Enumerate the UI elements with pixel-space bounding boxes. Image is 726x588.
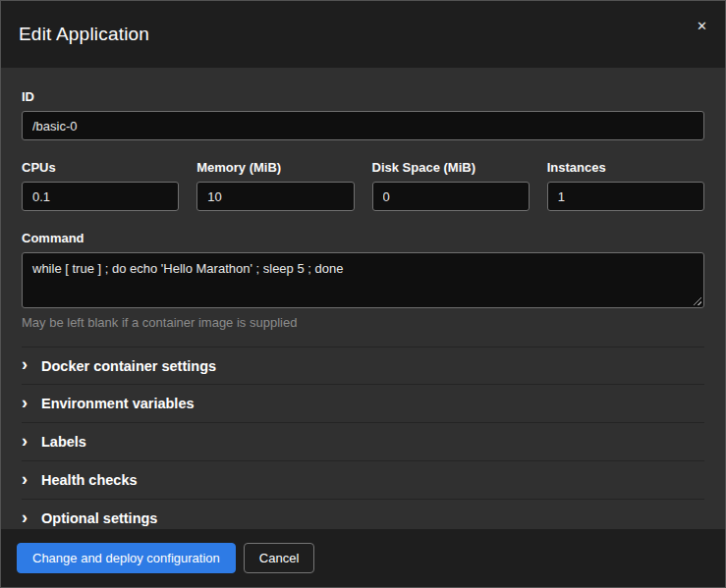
command-label: Command — [22, 231, 704, 245]
section-label: Docker container settings — [41, 358, 216, 374]
section-label: Health checks — [41, 472, 138, 488]
section-label: Optional settings — [41, 510, 157, 526]
chevron-right-icon: › — [22, 509, 31, 525]
id-input[interactable] — [22, 111, 704, 140]
change-and-deploy-button[interactable]: Change and deploy configuration — [17, 543, 236, 573]
command-textarea[interactable]: while [ true ] ; do echo 'Hello Marathon… — [22, 252, 704, 308]
instances-field-group: Instances — [547, 160, 704, 211]
section-health-checks[interactable]: › Health checks — [22, 461, 704, 500]
disk-space-label: Disk Space (MiB) — [372, 160, 530, 175]
edit-application-modal: Edit Application ✕ ID CPUs Memory (MiB) … — [0, 0, 726, 588]
chevron-right-icon: › — [22, 433, 31, 449]
disk-space-field-group: Disk Space (MiB) — [372, 160, 530, 211]
chevron-right-icon: › — [22, 356, 31, 372]
memory-field-group: Memory (MiB) — [196, 160, 354, 211]
chevron-right-icon: › — [22, 395, 31, 410]
command-field-group: Command while [ true ] ; do echo 'Hello … — [22, 231, 704, 330]
section-label: Environment variables — [41, 396, 195, 411]
cpus-input[interactable] — [22, 182, 179, 211]
cancel-button[interactable]: Cancel — [244, 543, 314, 573]
memory-input[interactable] — [196, 182, 354, 211]
command-help-text: May be left blank if a container image i… — [22, 315, 704, 330]
cpus-field-group: CPUs — [22, 160, 179, 211]
close-icon[interactable]: ✕ — [693, 16, 711, 36]
disk-space-input[interactable] — [372, 182, 530, 211]
section-optional-settings[interactable]: › Optional settings — [22, 500, 704, 529]
instances-input[interactable] — [547, 182, 704, 211]
memory-label: Memory (MiB) — [196, 160, 354, 175]
collapsible-sections: › Docker container settings › Environmen… — [22, 347, 704, 529]
command-textarea-wrap: while [ true ] ; do echo 'Hello Marathon… — [22, 252, 704, 308]
id-label: ID — [22, 89, 704, 104]
cpus-label: CPUs — [22, 160, 179, 175]
section-environment-variables[interactable]: › Environment variables — [22, 385, 704, 423]
resource-fields-row: CPUs Memory (MiB) Disk Space (MiB) Insta… — [22, 160, 704, 211]
section-labels[interactable]: › Labels — [22, 423, 704, 461]
section-label: Labels — [41, 434, 86, 450]
chevron-right-icon: › — [22, 471, 31, 487]
modal-title: Edit Application — [19, 24, 149, 45]
instances-label: Instances — [547, 160, 704, 175]
id-field-group: ID — [22, 89, 704, 140]
modal-footer: Change and deploy configuration Cancel — [1, 529, 725, 587]
section-docker-container-settings[interactable]: › Docker container settings — [22, 347, 704, 385]
modal-body: ID CPUs Memory (MiB) Disk Space (MiB) In… — [1, 68, 725, 529]
modal-header: Edit Application ✕ — [1, 1, 725, 68]
